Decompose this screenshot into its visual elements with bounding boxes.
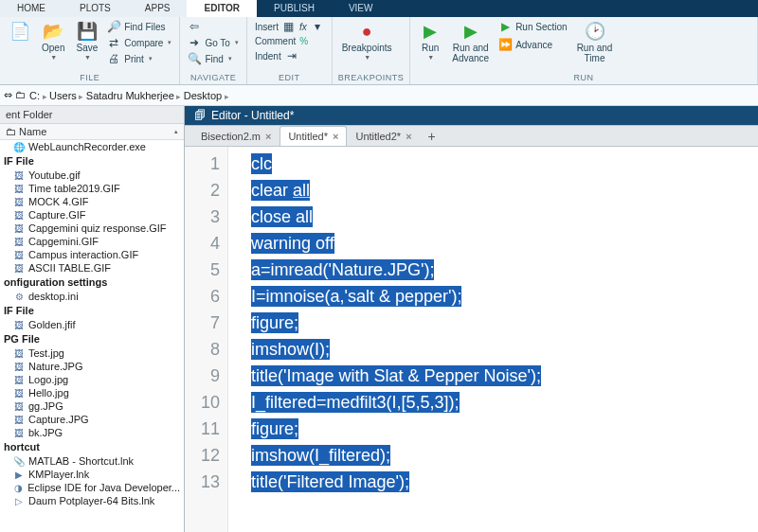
file-item[interactable]: ⚙desktop.ini [0, 290, 184, 303]
run-advance-button[interactable]: ▶Run and Advance [448, 19, 493, 72]
menutab-home[interactable]: HOME [0, 0, 63, 17]
file-icon: 🖼 [13, 170, 25, 181]
file-item[interactable]: 🖼Capgemini.GIF [0, 235, 184, 248]
breadcrumb-part[interactable]: Users [49, 90, 77, 101]
file-item[interactable]: 🖼bk.JPG [0, 426, 184, 439]
breadcrumb-part[interactable]: Satadru Mukherjee [86, 90, 174, 101]
file-category: hortcut [0, 439, 184, 454]
breakpoints-button[interactable]: ●Breakpoints▼ [338, 19, 396, 72]
breadcrumb-part[interactable]: C: [29, 90, 40, 101]
editor-tab[interactable]: Bisection2.m× [192, 126, 280, 146]
file-item[interactable]: 🖼MOCK 4.GIF [0, 195, 184, 208]
file-item[interactable]: 🖼Nature.JPG [0, 360, 184, 373]
run-button[interactable]: ▶Run▼ [416, 19, 444, 72]
left-panel-column-header[interactable]: 🗀Name▴ [0, 124, 184, 140]
goto-button[interactable]: ➜Go To▾ [186, 35, 241, 50]
menutab-plots[interactable]: PLOTS [63, 0, 128, 17]
code-line[interactable]: a=imread('Nature.JPG'); [251, 257, 758, 283]
file-icon: 📎 [13, 456, 25, 467]
file-name: bk.JPG [28, 427, 63, 438]
file-item[interactable]: ◑Eclipse IDE for Java Developer... [0, 481, 184, 494]
new-button[interactable]: 📄 [6, 19, 34, 72]
file-icon: ⚙ [13, 292, 25, 302]
code-line[interactable]: title('Filtered Image'); [251, 469, 758, 495]
file-icon: 🖼 [13, 428, 25, 438]
open-button[interactable]: 📂Open▼ [38, 19, 68, 72]
menutab-view[interactable]: VIEW [332, 0, 390, 17]
file-name: Logo.jpg [28, 374, 68, 385]
code-line[interactable]: close all [251, 204, 758, 230]
folder-nav-icon[interactable]: ⇔ 🗀 [4, 89, 26, 101]
file-item[interactable]: ▶KMPlayer.lnk [0, 468, 184, 481]
code-line[interactable]: clc [251, 151, 758, 177]
file-icon: 🖼 [13, 348, 25, 359]
file-item[interactable]: 🖼Capgemini quiz response.GIF [0, 222, 184, 235]
file-icon: 🖼 [13, 415, 25, 425]
insert-button[interactable]: Insert ▦ fx ▾ [253, 19, 326, 34]
file-item[interactable]: 🖼ASCII TABLE.GIF [0, 261, 184, 275]
code-line[interactable]: figure; [251, 416, 758, 442]
code-lines[interactable]: clcclear allclose allwarning offa=imread… [228, 147, 758, 532]
run-section-button[interactable]: ▶Run Section [496, 19, 568, 34]
ribbon-group-edit: Insert ▦ fx ▾ Comment % Indent ⇥ EDIT [247, 17, 333, 84]
close-icon[interactable]: × [333, 131, 338, 142]
code-line[interactable]: I=imnoise(a,'salt & pepper'); [251, 283, 758, 310]
file-icon: 🖼 [13, 197, 25, 207]
add-tab-button[interactable]: + [421, 129, 443, 144]
indent-button[interactable]: Indent ⇥ [253, 48, 326, 63]
menutab-publish[interactable]: PUBLISH [257, 0, 332, 17]
close-icon[interactable]: × [265, 131, 271, 142]
file-item[interactable]: 🖼Capture.JPG [0, 413, 184, 426]
file-icon: 🖼 [13, 223, 25, 234]
code-line[interactable]: title('Image with Slat & Pepper Noise'); [251, 363, 758, 389]
menutab-apps[interactable]: APPS [128, 0, 188, 17]
code-line[interactable]: imshow(I); [251, 336, 758, 363]
advance-button[interactable]: ⏩Advance [496, 37, 568, 52]
file-item[interactable]: 🖼Golden.jfif [0, 318, 184, 331]
find-button[interactable]: 🔍Find▾ [186, 51, 241, 66]
file-item[interactable]: 🖼Test.jpg [0, 346, 184, 360]
file-name: Test.jpg [28, 347, 64, 359]
compare-button[interactable]: ⇄Compare▾ [105, 35, 173, 50]
file-item[interactable]: 🖼Capture.GIF [0, 208, 184, 222]
file-item[interactable]: 🖼Logo.jpg [0, 373, 184, 386]
file-name: ASCII TABLE.GIF [28, 262, 111, 274]
file-item[interactable]: ▷Daum Potplayer-64 Bits.lnk [0, 494, 184, 507]
code-line[interactable]: clear all [251, 177, 758, 204]
file-category: PG File [0, 331, 184, 346]
nav-back-button[interactable]: ⇦ [186, 19, 241, 34]
breadcrumb-sep-icon: ▸ [174, 92, 184, 101]
code-editor[interactable]: 12345678910111213 clcclear allclose allw… [185, 147, 758, 532]
file-item[interactable]: 🖼Youtube.gif [0, 168, 184, 182]
code-line[interactable]: I_filtered=medfilt3(I,[5,5,3]); [251, 389, 758, 416]
file-category: IF File [0, 153, 184, 168]
file-item[interactable]: 📎MATLAB - Shortcut.lnk [0, 454, 184, 468]
breadcrumb[interactable]: ⇔ 🗀 C: ▸ Users ▸ Satadru Mukherjee ▸ Des… [0, 85, 758, 106]
code-line[interactable]: warning off [251, 230, 758, 257]
file-list[interactable]: 🌐WebLaunchRecorder.exeIF File🖼Youtube.gi… [0, 140, 184, 532]
close-icon[interactable]: × [406, 131, 411, 142]
find-files-button[interactable]: 🔎Find Files [105, 19, 173, 34]
file-item[interactable]: 🖼Hello.jpg [0, 386, 184, 399]
file-icon: 🖼 [13, 263, 25, 274]
editor-tab[interactable]: Untitled2*× [347, 126, 420, 146]
file-item[interactable]: 🖼Time table2019.GIF [0, 182, 184, 195]
file-name: MATLAB - Shortcut.lnk [28, 455, 134, 467]
editor-tab[interactable]: Untitled*× [280, 126, 347, 146]
comment-button[interactable]: Comment % [253, 35, 326, 47]
save-button[interactable]: 💾Save▼ [72, 19, 101, 72]
file-item[interactable]: 🌐WebLaunchRecorder.exe [0, 140, 184, 153]
file-item[interactable]: 🖼gg.JPG [0, 399, 184, 413]
file-name: Campus interaction.GIF [28, 249, 138, 260]
file-item[interactable]: 🖼Campus interaction.GIF [0, 248, 184, 261]
code-line[interactable]: imshow(I_filtered); [251, 442, 758, 469]
file-category: onfiguration settings [0, 275, 184, 290]
breadcrumb-part[interactable]: Desktop [184, 90, 222, 101]
file-icon: 🖼 [13, 375, 25, 385]
code-line[interactable]: figure; [251, 310, 758, 336]
menutab-editor[interactable]: EDITOR [187, 0, 257, 17]
file-icon: 🖼 [13, 388, 25, 399]
menu-tabs: HOMEPLOTSAPPSEDITORPUBLISHVIEW [0, 0, 758, 17]
print-button[interactable]: 🖨Print▾ [105, 51, 173, 66]
run-time-button[interactable]: 🕑Run and Time [573, 19, 617, 72]
